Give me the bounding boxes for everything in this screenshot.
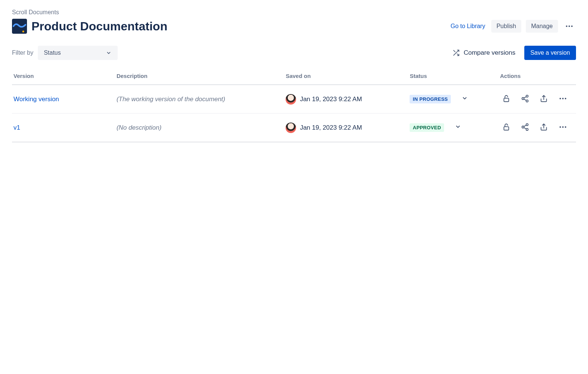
share-button[interactable]	[519, 92, 531, 106]
saved-cell: Jan 19, 2023 9:22 AM	[286, 123, 404, 133]
document-icon	[12, 19, 27, 34]
export-button[interactable]	[537, 92, 550, 106]
col-version: Version	[12, 69, 114, 85]
breadcrumb[interactable]: Scroll Documents	[12, 9, 576, 16]
table-row: v1(No description)Jan 19, 2023 9:22 AMAP…	[12, 114, 576, 142]
svg-point-0	[22, 31, 24, 33]
version-link[interactable]: v1	[13, 124, 20, 131]
svg-point-1	[566, 25, 567, 27]
lock-button[interactable]	[500, 121, 513, 135]
saved-on-text: Jan 19, 2023 9:22 AM	[300, 96, 362, 103]
publish-button[interactable]: Publish	[491, 20, 521, 33]
svg-line-21	[524, 127, 526, 129]
svg-point-15	[565, 98, 566, 99]
table-row: Working version(The working version of t…	[12, 85, 576, 114]
compare-versions-label: Compare versions	[464, 49, 515, 57]
manage-button[interactable]: Manage	[526, 20, 558, 33]
version-description: (The working version of the document)	[117, 96, 225, 103]
svg-line-12	[524, 99, 526, 100]
share-button[interactable]	[519, 121, 531, 135]
more-actions-button[interactable]	[563, 19, 576, 33]
status-dropdown[interactable]	[455, 123, 461, 132]
status-badge: APPROVED	[410, 123, 444, 132]
status-badge: IN PROGRESS	[410, 95, 451, 103]
svg-line-11	[524, 97, 526, 98]
col-actions: Actions	[497, 69, 576, 85]
lock-button[interactable]	[500, 92, 513, 106]
lock-icon	[502, 123, 510, 132]
export-button[interactable]	[537, 121, 550, 135]
title-group: Product Documentation	[12, 19, 168, 34]
svg-line-6	[454, 50, 455, 52]
col-status: Status	[407, 69, 497, 85]
chevron-down-icon	[106, 50, 112, 56]
shuffle-icon	[452, 49, 460, 57]
svg-point-13	[560, 98, 561, 99]
more-horizontal-icon	[558, 123, 567, 133]
save-version-button[interactable]: Save a version	[524, 46, 576, 60]
row-more-button[interactable]	[556, 92, 570, 106]
export-icon	[540, 94, 548, 104]
avatar[interactable]	[286, 123, 296, 133]
go-to-library-link[interactable]: Go to Library	[449, 20, 486, 33]
actions-cell	[500, 120, 573, 135]
status-filter-select[interactable]: Status	[38, 46, 118, 60]
filter-label: Filter by	[12, 49, 33, 56]
export-icon	[540, 123, 548, 132]
col-saved-on: Saved on	[283, 69, 407, 85]
filter-left: Filter by Status	[12, 46, 118, 60]
lock-icon	[502, 94, 510, 104]
row-more-button[interactable]	[556, 120, 570, 135]
col-description: Description	[114, 69, 283, 85]
versions-table: Version Description Saved on Status Acti…	[12, 69, 576, 142]
compare-versions-button[interactable]: Compare versions	[452, 49, 515, 57]
share-icon	[521, 123, 529, 132]
filter-row: Filter by Status Compare versions Save a…	[12, 46, 576, 60]
version-link[interactable]: Working version	[13, 96, 59, 103]
page-title: Product Documentation	[31, 19, 168, 33]
header-actions: Go to Library Publish Manage	[449, 19, 576, 33]
svg-point-2	[569, 25, 570, 27]
status-dropdown[interactable]	[461, 95, 468, 103]
svg-point-24	[565, 126, 566, 128]
svg-point-23	[562, 126, 564, 128]
status-cell: IN PROGRESS	[410, 95, 494, 103]
version-description: (No description)	[117, 124, 162, 131]
actions-cell	[500, 92, 573, 106]
svg-line-20	[524, 125, 526, 127]
more-horizontal-icon	[565, 22, 574, 31]
svg-point-14	[562, 98, 564, 99]
svg-point-3	[571, 25, 573, 27]
header: Product Documentation Go to Library Publ…	[12, 19, 576, 34]
more-horizontal-icon	[558, 94, 567, 104]
svg-point-22	[560, 126, 561, 128]
svg-rect-16	[504, 127, 509, 130]
status-cell: APPROVED	[410, 123, 494, 132]
status-filter-value: Status	[44, 49, 61, 56]
avatar[interactable]	[286, 94, 296, 105]
share-icon	[521, 94, 529, 104]
saved-cell: Jan 19, 2023 9:22 AM	[286, 94, 404, 105]
saved-on-text: Jan 19, 2023 9:22 AM	[300, 124, 362, 132]
svg-rect-7	[504, 98, 509, 102]
filter-right: Compare versions Save a version	[452, 46, 576, 60]
table-header-row: Version Description Saved on Status Acti…	[12, 69, 576, 85]
